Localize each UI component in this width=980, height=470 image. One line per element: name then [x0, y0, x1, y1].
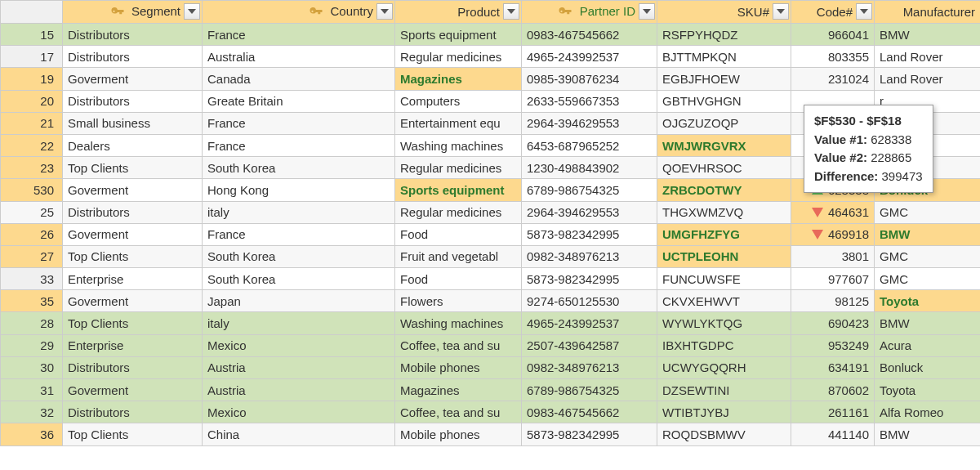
cell-sku[interactable]: RSFPYHQDZ	[657, 24, 791, 46]
cell-product[interactable]: Flowers	[395, 290, 522, 312]
row-number[interactable]: 15	[1, 24, 63, 46]
cell-product[interactable]: Magazines	[395, 379, 522, 401]
data-grid[interactable]: Segment Country Product Partner ID SKU#	[0, 0, 980, 446]
table-row[interactable]: 15DistributorsFranceSports equipment0983…	[1, 24, 981, 46]
cell-partner-id[interactable]: 9274-650125530	[522, 290, 657, 312]
filter-dropdown-icon[interactable]	[773, 3, 789, 20]
col-manufacturer[interactable]: Manufacturer	[875, 1, 981, 24]
cell-code[interactable]: 870602	[791, 379, 875, 401]
cell-segment[interactable]: Goverment	[63, 290, 203, 312]
filter-dropdown-icon[interactable]	[856, 3, 872, 20]
col-country[interactable]: Country	[203, 1, 395, 24]
cell-product[interactable]: Washing machines	[395, 312, 522, 334]
cell-segment[interactable]: Goverment	[63, 68, 203, 90]
row-number[interactable]: 28	[1, 312, 63, 334]
cell-country[interactable]: Austria	[203, 356, 395, 378]
cell-partner-id[interactable]: 4965-243992537	[522, 312, 657, 334]
cell-product[interactable]: Entertainment equ	[395, 112, 522, 134]
cell-sku[interactable]: UMGFHZFYG	[657, 223, 791, 245]
row-number[interactable]: 35	[1, 290, 63, 312]
cell-product[interactable]: Coffee, tea and su	[395, 334, 522, 356]
col-product[interactable]: Product	[395, 1, 522, 24]
row-number[interactable]: 33	[1, 268, 63, 290]
cell-product[interactable]: Magazines	[395, 68, 522, 90]
cell-sku[interactable]: WTIBTJYBJ	[657, 401, 791, 423]
row-number[interactable]: 21	[1, 112, 63, 134]
cell-segment[interactable]: Top Clients	[63, 312, 203, 334]
cell-code[interactable]: 231024	[791, 68, 875, 90]
cell-product[interactable]: Coffee, tea and su	[395, 401, 522, 423]
cell-partner-id[interactable]: 2633-559667353	[522, 90, 657, 112]
cell-sku[interactable]: UCTPLEOHN	[657, 245, 791, 267]
row-number[interactable]: 27	[1, 245, 63, 267]
cell-product[interactable]: Regular medicines	[395, 46, 522, 68]
cell-sku[interactable]: BJTTMPKQN	[657, 46, 791, 68]
cell-partner-id[interactable]: 2964-394629553	[522, 112, 657, 134]
cell-product[interactable]: Sports equipment	[395, 179, 522, 201]
cell-segment[interactable]: Distributors	[63, 401, 203, 423]
cell-country[interactable]: Greate Britain	[203, 90, 395, 112]
cell-country[interactable]: Australia	[203, 46, 395, 68]
row-number[interactable]: 23	[1, 157, 63, 179]
cell-manufacturer[interactable]: Toyota	[875, 379, 981, 401]
cell-country[interactable]: France	[203, 223, 395, 245]
cell-code[interactable]: 98125	[791, 290, 875, 312]
cell-segment[interactable]: Distributors	[63, 46, 203, 68]
table-row[interactable]: 25DistributorsitalyRegular medicines2964…	[1, 201, 981, 223]
cell-country[interactable]: italy	[203, 201, 395, 223]
filter-dropdown-icon[interactable]	[376, 3, 393, 20]
cell-country[interactable]: France	[203, 134, 395, 156]
cell-country[interactable]: Canada	[203, 68, 395, 90]
cell-partner-id[interactable]: 1230-498843902	[522, 157, 657, 179]
cell-country[interactable]: Mexico	[203, 401, 395, 423]
cell-segment[interactable]: Enterprise	[63, 334, 203, 356]
row-number[interactable]: 20	[1, 90, 63, 112]
cell-product[interactable]: Fruit and vegetabl	[395, 245, 522, 267]
table-row[interactable]: 28Top ClientsitalyWashing machines4965-2…	[1, 312, 981, 334]
cell-segment[interactable]: Top Clients	[63, 157, 203, 179]
cell-manufacturer[interactable]: BMW	[875, 423, 981, 445]
table-row[interactable]: 17DistributorsAustraliaRegular medicines…	[1, 46, 981, 68]
cell-sku[interactable]: ROQDSBMWV	[657, 423, 791, 445]
col-code[interactable]: Code#	[791, 1, 875, 24]
cell-code[interactable]: 966041	[791, 24, 875, 46]
cell-code[interactable]: 803355	[791, 46, 875, 68]
cell-partner-id[interactable]: 0982-348976213	[522, 356, 657, 378]
cell-partner-id[interactable]: 2507-439642587	[522, 334, 657, 356]
cell-code[interactable]: 261161	[791, 401, 875, 423]
cell-partner-id[interactable]: 5873-982342995	[522, 268, 657, 290]
cell-partner-id[interactable]: 0983-467545662	[522, 24, 657, 46]
cell-code[interactable]: 469918	[791, 223, 875, 245]
cell-sku[interactable]: THGXWMZVQ	[657, 201, 791, 223]
cell-partner-id[interactable]: 6453-687965252	[522, 134, 657, 156]
cell-product[interactable]: Food	[395, 223, 522, 245]
cell-partner-id[interactable]: 0982-348976213	[522, 245, 657, 267]
cell-partner-id[interactable]: 0985-390876234	[522, 68, 657, 90]
cell-country[interactable]: Mexico	[203, 334, 395, 356]
cell-segment[interactable]: Goverment	[63, 379, 203, 401]
cell-partner-id[interactable]: 5873-982342995	[522, 423, 657, 445]
table-row[interactable]: 30DistributorsAustriaMobile phones0982-3…	[1, 356, 981, 378]
cell-manufacturer[interactable]: BMW	[875, 223, 981, 245]
cell-sku[interactable]: CKVXEHWVT	[657, 290, 791, 312]
cell-segment[interactable]: Goverment	[63, 223, 203, 245]
cell-product[interactable]: Regular medicines	[395, 201, 522, 223]
cell-segment[interactable]: Distributors	[63, 356, 203, 378]
cell-segment[interactable]: Distributors	[63, 201, 203, 223]
cell-partner-id[interactable]: 2964-394629553	[522, 201, 657, 223]
table-row[interactable]: 35GovermentJapanFlowers9274-650125530CKV…	[1, 290, 981, 312]
cell-manufacturer[interactable]: Acura	[875, 334, 981, 356]
table-row[interactable]: 27Top ClientsSouth KoreaFruit and vegeta…	[1, 245, 981, 267]
cell-sku[interactable]: EGBJFHOEW	[657, 68, 791, 90]
cell-country[interactable]: Hong Kong	[203, 179, 395, 201]
cell-segment[interactable]: Small business	[63, 112, 203, 134]
cell-country[interactable]: France	[203, 112, 395, 134]
cell-manufacturer[interactable]: GMC	[875, 201, 981, 223]
cell-segment[interactable]: Top Clients	[63, 245, 203, 267]
row-number[interactable]: 32	[1, 401, 63, 423]
cell-product[interactable]: Mobile phones	[395, 423, 522, 445]
cell-code[interactable]: 464631	[791, 201, 875, 223]
cell-country[interactable]: South Korea	[203, 245, 395, 267]
table-row[interactable]: 29EnterpriseMexicoCoffee, tea and su2507…	[1, 334, 981, 356]
cell-code[interactable]: 634191	[791, 356, 875, 378]
